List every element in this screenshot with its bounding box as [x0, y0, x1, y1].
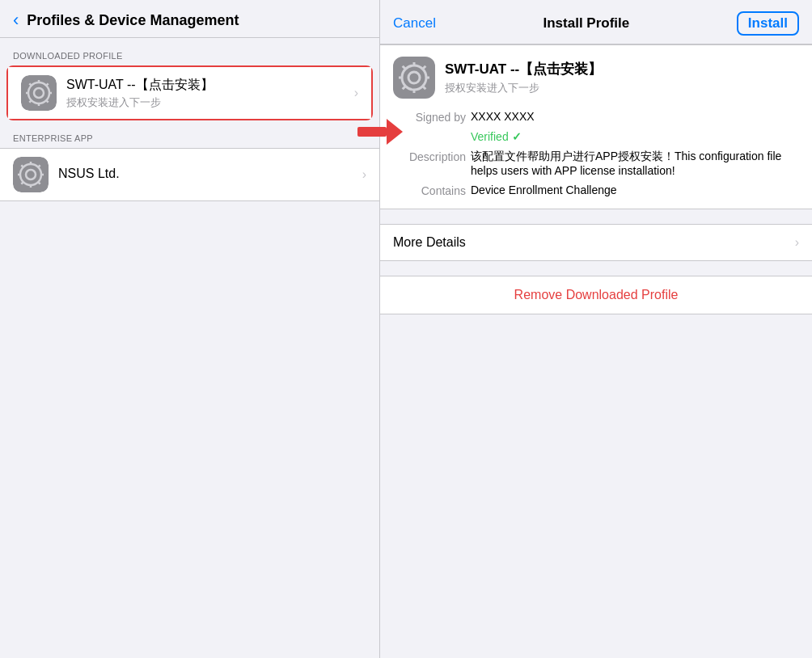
enterprise-gear-icon	[13, 157, 49, 192]
enterprise-item-text: NSUS Ltd.	[58, 167, 357, 183]
enterprise-item[interactable]: NSUS Ltd. ›	[0, 149, 379, 200]
profile-card-text: SWT-UAT --【点击安装】 授权安装进入下一步	[445, 60, 602, 95]
remove-profile-button[interactable]: Remove Downloaded Profile	[514, 288, 679, 302]
contains-label: Contains	[393, 183, 466, 197]
downloaded-item-title: SWT-UAT --【点击安装】	[66, 77, 349, 94]
more-details-label: More Details	[393, 235, 466, 250]
right-panel: Cancel Install Profile Install	[380, 0, 812, 658]
profile-card-subtitle: 授权安装进入下一步	[445, 81, 602, 95]
downloaded-section-header: DOWNLOADED PROFILE	[0, 38, 379, 65]
page-title: Profiles & Device Management	[27, 12, 366, 29]
enterprise-icon-wrapper	[13, 157, 49, 192]
downloaded-item-text: SWT-UAT --【点击安装】 授权安装进入下一步	[66, 77, 349, 110]
downloaded-profile-section: SWT-UAT --【点击安装】 授权安装进入下一步 ›	[6, 65, 373, 120]
profile-details: Signed by XXXX XXXX Verified ✓ Descripti…	[393, 110, 799, 197]
more-details-row[interactable]: More Details ›	[380, 224, 812, 261]
profile-icon-wrapper	[21, 75, 57, 111]
enterprise-section: NSUS Ltd. ›	[0, 148, 379, 201]
arrow-wrapper	[356, 117, 404, 150]
cancel-button[interactable]: Cancel	[393, 15, 436, 32]
back-button[interactable]: ‹	[13, 11, 19, 29]
left-header: ‹ Profiles & Device Management	[0, 0, 379, 38]
profile-card: SWT-UAT --【点击安装】 授权安装进入下一步 Signed by XXX…	[380, 44, 812, 209]
enterprise-section-header: ENTERPRISE APP	[0, 120, 379, 148]
verified-text: Verified	[471, 130, 509, 143]
arrow-icon	[356, 117, 404, 146]
profile-card-title: SWT-UAT --【点击安装】	[445, 60, 602, 78]
chevron-right-icon: ›	[354, 86, 358, 100]
gear-icon	[21, 75, 57, 111]
profile-card-gear-icon	[393, 57, 435, 99]
downloaded-item-subtitle: 授权安装进入下一步	[66, 95, 349, 110]
description-value: 该配置文件帮助用户进行APP授权安装！This configuration fi…	[471, 150, 799, 177]
description-label: Description	[393, 150, 466, 177]
more-details-chevron-icon: ›	[795, 235, 799, 250]
downloaded-profile-item[interactable]: SWT-UAT --【点击安装】 授权安装进入下一步 ›	[8, 67, 371, 119]
enterprise-chevron-icon: ›	[362, 167, 366, 182]
right-title: Install Profile	[543, 15, 630, 32]
right-header: Cancel Install Profile Install	[380, 0, 812, 44]
contains-value: Device Enrollment Challenge	[471, 183, 799, 197]
signed-by-value: XXXX XXXX	[471, 110, 799, 124]
svg-marker-23	[387, 119, 403, 145]
verified-value: Verified ✓	[471, 130, 799, 143]
profile-card-top: SWT-UAT --【点击安装】 授权安装进入下一步	[393, 57, 799, 99]
left-panel: ‹ Profiles & Device Management DOWNLOADE…	[0, 0, 380, 658]
bottom-spacer	[380, 314, 812, 658]
install-button[interactable]: Install	[737, 11, 799, 36]
profile-card-icon-wrapper	[393, 57, 435, 99]
enterprise-item-title: NSUS Ltd.	[58, 167, 357, 181]
remove-section: Remove Downloaded Profile	[380, 276, 812, 314]
svg-rect-22	[357, 127, 387, 137]
verified-check-icon: ✓	[512, 130, 522, 143]
